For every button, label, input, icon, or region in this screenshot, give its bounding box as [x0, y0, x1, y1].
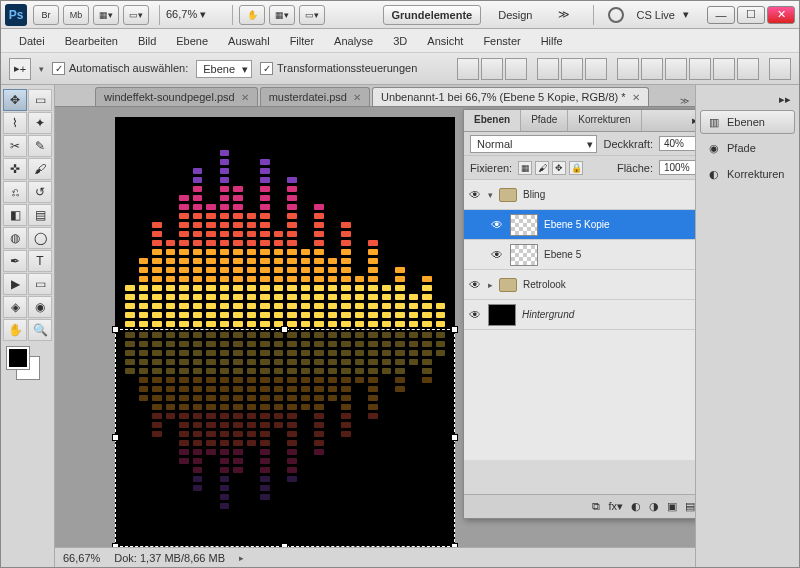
close-tab-icon[interactable]: ✕	[632, 92, 640, 103]
menu-3d[interactable]: 3D	[383, 32, 417, 50]
align-btn[interactable]	[561, 58, 583, 80]
close-tab-icon[interactable]: ✕	[241, 92, 249, 103]
view-extras-button[interactable]: ▦▾	[93, 5, 119, 25]
arrange-button[interactable]: ▦▾	[269, 5, 295, 25]
lock-transparency-icon[interactable]: ▦	[518, 161, 532, 175]
bridge-button[interactable]: Br	[33, 5, 59, 25]
adjustment-icon[interactable]: ◑	[649, 500, 659, 513]
path-select-tool[interactable]: ▶	[3, 273, 27, 295]
screenmode2-button[interactable]: ▭▾	[299, 5, 325, 25]
move-tool[interactable]: ✥	[3, 89, 27, 111]
minibridge-button[interactable]: Mb	[63, 5, 89, 25]
align-btn[interactable]	[537, 58, 559, 80]
foreground-color[interactable]	[7, 347, 29, 369]
distribute-btn[interactable]	[737, 58, 759, 80]
tab-overflow-icon[interactable]: ≫	[674, 96, 695, 106]
layers-panel[interactable]: Ebenen Pfade Korrekturen ▸▸ ✕ Normal Dec…	[463, 109, 695, 519]
doc-tab-active[interactable]: Unbenannt-1 bei 66,7% (Ebene 5 Kopie, RG…	[372, 87, 649, 106]
distribute-btn[interactable]	[713, 58, 735, 80]
close-button[interactable]: ✕	[767, 6, 795, 24]
link-layers-icon[interactable]: ⧉	[592, 500, 600, 513]
screen-mode-button[interactable]: ▭▾	[123, 5, 149, 25]
move-tool-icon[interactable]: ▸+	[9, 58, 31, 80]
align-btn[interactable]	[457, 58, 479, 80]
workspace-design[interactable]: Design	[489, 5, 541, 25]
fill-input[interactable]	[659, 160, 695, 175]
dock-btn-pfade[interactable]: ◉Pfade	[700, 136, 795, 160]
layer-row[interactable]: 👁 Ebene 5	[464, 240, 695, 270]
visibility-icon[interactable]: 👁	[468, 188, 482, 202]
doc-tab[interactable]: musterdatei.psd✕	[260, 87, 370, 106]
menu-bearbeiten[interactable]: Bearbeiten	[55, 32, 128, 50]
marquee-tool[interactable]: ▭	[28, 89, 52, 111]
disclosure-icon[interactable]: ▸	[488, 280, 493, 290]
status-menu-icon[interactable]: ▸	[239, 553, 244, 563]
visibility-icon[interactable]: 👁	[490, 248, 504, 262]
brush-tool[interactable]: 🖌	[28, 158, 52, 180]
clone-tool[interactable]: ⎌	[3, 181, 27, 203]
gradient-tool[interactable]: ▤	[28, 204, 52, 226]
dodge-tool[interactable]: ◯	[28, 227, 52, 249]
tab-pfade[interactable]: Pfade	[521, 110, 568, 131]
layer-thumbnail[interactable]	[510, 244, 538, 266]
layer-row-selected[interactable]: 👁 Ebene 5 Kopie	[464, 210, 695, 240]
dock-btn-korrekturen[interactable]: ◐Korrekturen	[700, 162, 795, 186]
menu-datei[interactable]: Datei	[9, 32, 55, 50]
menu-filter[interactable]: Filter	[280, 32, 324, 50]
layer-name[interactable]: Ebene 5 Kopie	[544, 219, 610, 230]
close-tab-icon[interactable]: ✕	[353, 92, 361, 103]
zoom-display[interactable]: 66,7% ▾	[166, 8, 226, 21]
distribute-btn[interactable]	[641, 58, 663, 80]
crop-tool[interactable]: ✂	[3, 135, 27, 157]
hand-tool[interactable]: ✋	[3, 319, 27, 341]
magic-wand-tool[interactable]: ✦	[28, 112, 52, 134]
visibility-icon[interactable]: 👁	[490, 218, 504, 232]
align-btn[interactable]	[505, 58, 527, 80]
shape-tool[interactable]: ▭	[28, 273, 52, 295]
spot-heal-tool[interactable]: ✜	[3, 158, 27, 180]
mask-icon[interactable]: ◐	[631, 500, 641, 513]
layer-name[interactable]: Bling	[523, 189, 545, 200]
canvas[interactable]	[115, 117, 455, 547]
dock-btn-ebenen[interactable]: ▥Ebenen	[700, 110, 795, 134]
blur-tool[interactable]: ◍	[3, 227, 27, 249]
maximize-button[interactable]: ☐	[737, 6, 765, 24]
eyedropper-tool[interactable]: ✎	[28, 135, 52, 157]
3d-tool[interactable]: ◈	[3, 296, 27, 318]
tab-korrekturen[interactable]: Korrekturen	[568, 110, 641, 131]
zoom-tool[interactable]: 🔍	[28, 319, 52, 341]
eraser-tool[interactable]: ◧	[3, 204, 27, 226]
layer-thumbnail[interactable]	[510, 214, 538, 236]
menu-bild[interactable]: Bild	[128, 32, 166, 50]
new-layer-icon[interactable]: ▤	[685, 500, 695, 513]
tab-ebenen[interactable]: Ebenen	[464, 110, 521, 131]
menu-ansicht[interactable]: Ansicht	[417, 32, 473, 50]
align-btn[interactable]	[481, 58, 503, 80]
lasso-tool[interactable]: ⌇	[3, 112, 27, 134]
canvas-viewport[interactable]: Ebenen Pfade Korrekturen ▸▸ ✕ Normal Dec…	[55, 107, 695, 547]
cslive-label[interactable]: CS Live	[636, 9, 675, 21]
minimize-button[interactable]: —	[707, 6, 735, 24]
visibility-icon[interactable]: 👁	[468, 308, 482, 322]
type-tool[interactable]: T	[28, 250, 52, 272]
status-doc[interactable]: Dok: 1,37 MB/8,66 MB	[114, 552, 225, 564]
lock-pixels-icon[interactable]: 🖌	[535, 161, 549, 175]
menu-auswahl[interactable]: Auswahl	[218, 32, 280, 50]
hand-zoom-button[interactable]: ✋	[239, 5, 265, 25]
disclosure-icon[interactable]: ▾	[488, 190, 493, 200]
workspace-more[interactable]: ≫	[549, 4, 579, 25]
history-brush-tool[interactable]: ↺	[28, 181, 52, 203]
3d-camera-tool[interactable]: ◉	[28, 296, 52, 318]
visibility-icon[interactable]: 👁	[468, 278, 482, 292]
tool-preset-dropdown[interactable]: ▾	[39, 64, 44, 74]
menu-fenster[interactable]: Fenster	[473, 32, 530, 50]
align-btn[interactable]	[585, 58, 607, 80]
transform-controls-checkbox[interactable]: ✓Transformationssteuerungen	[260, 62, 417, 75]
fx-icon[interactable]: fx▾	[608, 500, 623, 513]
distribute-btn[interactable]	[665, 58, 687, 80]
layer-group-row[interactable]: 👁 ▾ Bling	[464, 180, 695, 210]
distribute-btn[interactable]	[617, 58, 639, 80]
distribute-btn[interactable]	[689, 58, 711, 80]
layer-group-row[interactable]: 👁 ▸ Retrolook	[464, 270, 695, 300]
auto-select-checkbox[interactable]: ✓Automatisch auswählen:	[52, 62, 188, 75]
